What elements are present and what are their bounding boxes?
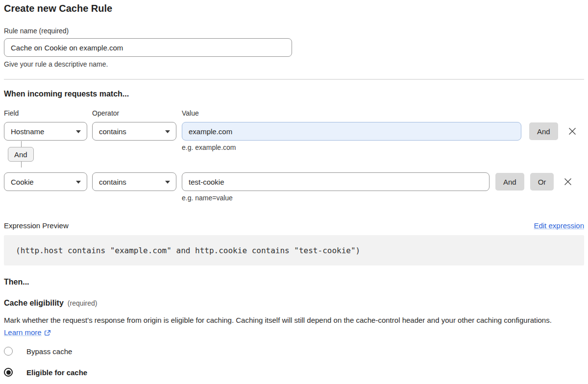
builder-column-labels: Field Operator Value: [4, 109, 584, 117]
field-column-label: Field: [4, 109, 87, 117]
rule-name-input[interactable]: [4, 38, 292, 57]
chevron-down-icon: [76, 181, 81, 184]
rule-name-group: Rule name (required) Give your rule a de…: [4, 27, 584, 68]
remove-condition-button[interactable]: [567, 126, 577, 136]
chevron-down-icon: [165, 130, 170, 133]
value-input[interactable]: [182, 172, 490, 191]
bypass-cache-label: Bypass cache: [26, 347, 72, 356]
cache-eligibility-heading-row: Cache eligibility (required): [4, 299, 584, 308]
expression-code: (http.host contains "example.com" and ht…: [16, 246, 360, 255]
connector-and-button[interactable]: And: [8, 147, 34, 162]
expression-preview-header: Expression Preview Edit expression: [4, 221, 584, 230]
operator-column-label: Operator: [92, 109, 176, 117]
row-actions: And: [529, 122, 577, 141]
operator-select[interactable]: contains: [92, 122, 176, 141]
connector-line: [21, 162, 22, 168]
chevron-down-icon: [165, 181, 170, 184]
cache-eligibility-description: Mark whether the request’s response from…: [4, 314, 575, 338]
row-actions: And Or: [495, 172, 573, 191]
page-title: Create new Cache Rule: [4, 3, 584, 14]
field-select-value: Cookie: [11, 178, 34, 186]
value-input[interactable]: [182, 122, 521, 141]
radio-unchecked-icon[interactable]: [4, 347, 13, 356]
remove-condition-button[interactable]: [563, 177, 573, 187]
value-column: e.g. example.com: [182, 122, 521, 151]
operator-select-value: contains: [99, 178, 126, 186]
close-icon: [564, 178, 572, 186]
operator-select[interactable]: contains: [92, 172, 176, 191]
bypass-cache-option[interactable]: Bypass cache: [4, 347, 584, 356]
expression-code-block: (http.host contains "example.com" and ht…: [4, 235, 584, 265]
rule-name-label: Rule name (required): [4, 27, 584, 35]
eligible-for-cache-option[interactable]: Eligible for cache: [4, 368, 584, 377]
value-hint: e.g. name=value: [182, 194, 490, 202]
chevron-down-icon: [76, 130, 81, 133]
value-column: e.g. name=value: [182, 172, 490, 202]
learn-more-link[interactable]: Learn more: [4, 326, 42, 338]
connector-line: [21, 141, 22, 147]
operator-select-value: contains: [99, 127, 126, 136]
create-cache-rule-page: Create new Cache Rule Rule name (require…: [0, 0, 588, 377]
field-select[interactable]: Cookie: [4, 172, 87, 191]
value-hint: e.g. example.com: [182, 144, 521, 151]
radio-checked-icon[interactable]: [4, 368, 13, 377]
add-or-condition-button[interactable]: Or: [530, 173, 554, 191]
add-and-condition-button[interactable]: And: [495, 173, 524, 191]
description-text: Mark whether the request’s response from…: [4, 316, 552, 324]
field-select[interactable]: Hostname: [4, 122, 87, 141]
condition-connector: And: [4, 141, 102, 168]
external-link-icon: [44, 330, 51, 336]
condition-row: Cookie contains e.g. name=value And Or: [4, 172, 584, 202]
section-divider: [4, 79, 584, 80]
edit-expression-link[interactable]: Edit expression: [534, 221, 584, 230]
value-column-label: Value: [182, 109, 199, 117]
cache-eligibility-heading: Cache eligibility: [4, 299, 64, 308]
close-icon: [568, 127, 576, 135]
add-and-condition-button[interactable]: And: [529, 122, 558, 140]
match-heading: When incoming requests match...: [4, 90, 584, 98]
rule-name-helper: Give your rule a descriptive name.: [4, 60, 584, 68]
then-heading: Then...: [4, 278, 584, 287]
expression-preview-label: Expression Preview: [4, 221, 69, 230]
required-note: (required): [68, 299, 98, 307]
eligible-for-cache-label: Eligible for cache: [26, 368, 87, 377]
field-select-value: Hostname: [11, 127, 44, 136]
